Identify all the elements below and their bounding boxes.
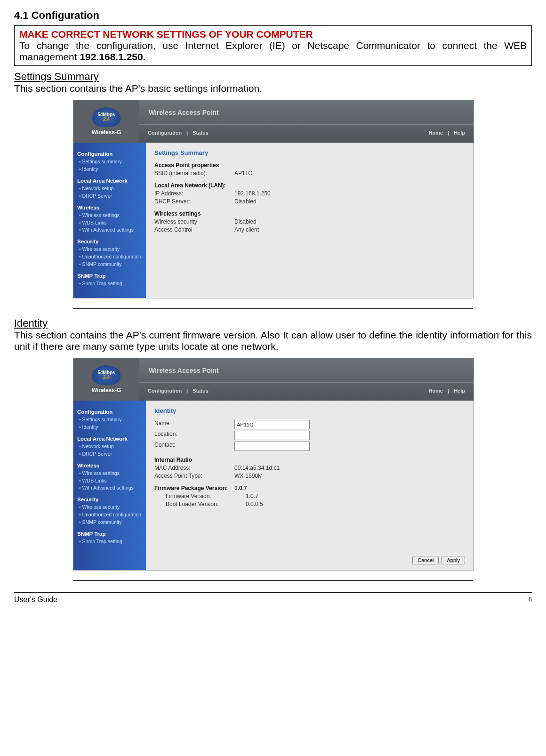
value-fw-ver: 1.0.7 — [246, 493, 258, 499]
label-ip: IP Address: — [154, 190, 234, 197]
screenshot-divider — [73, 580, 473, 581]
footer-left: User's Guide — [14, 595, 57, 604]
sidebar-item-wireless-security[interactable]: Wireless security — [77, 246, 143, 253]
nav-help[interactable]: Help — [454, 388, 465, 394]
ap-logo: 54Mbps 2.4 Wireless-G — [73, 358, 139, 401]
sidebar-item-network-setup[interactable]: Network setup — [77, 443, 143, 450]
warning-heading: MAKE CORRECT NETWORK SETTINGS OF YOUR CO… — [19, 29, 527, 40]
sidebar-group: Configuration — [77, 150, 143, 158]
ap-logo-badge-icon: 54Mbps 2.4 — [92, 107, 120, 127]
nav-configuration[interactable]: Configuration — [148, 130, 182, 136]
logo-brand: Wireless-G — [92, 129, 121, 136]
group-title: Internal Radio — [154, 457, 465, 463]
ap-header: 54Mbps 2.4 Wireless-G Wireless Access Po… — [73, 100, 474, 143]
cancel-button[interactable]: Cancel — [412, 556, 439, 564]
nav-home[interactable]: Home — [429, 130, 443, 136]
sidebar-group: Security — [77, 238, 143, 246]
sidebar-item-unauth-config[interactable]: Unauthorized configuration — [77, 511, 143, 519]
ap-nav: Configuration | Status Home | Help — [139, 124, 474, 143]
name-input[interactable] — [234, 420, 310, 429]
sidebar-item-network-setup[interactable]: Network setup — [77, 185, 143, 193]
ap-content: Identity Name: Location: Contact: Intern… — [146, 401, 474, 570]
ap-content: Settings Summary Access Point properties… — [146, 143, 474, 298]
content-title: Settings Summary — [154, 149, 465, 156]
value-ip: 192.168.1.250 — [234, 190, 271, 197]
sidebar-group: Wireless — [77, 462, 143, 470]
group-title: Wireless settings — [154, 210, 465, 217]
sidebar-item-settings-summary[interactable]: Settings summary — [77, 416, 143, 424]
sidebar-item-wifi-advanced[interactable]: WiFi Advanced settings — [77, 484, 143, 492]
label-fw-pkg: Firmware Package Version: — [154, 485, 234, 491]
section-heading: 4.1 Configuration — [14, 9, 532, 22]
sidebar-item-identity[interactable]: Identity — [77, 166, 143, 173]
sidebar-group: Security — [77, 496, 143, 504]
value-access-control: Any client — [234, 226, 259, 233]
warning-body: To change the configuration, use Interne… — [19, 40, 527, 63]
ap-title: Wireless Access Point — [139, 358, 474, 382]
logo-band: 2.4 — [103, 117, 110, 122]
sidebar-group: Local Area Network — [77, 177, 143, 185]
value-fw-pkg: 1.0.7 — [234, 485, 247, 491]
sidebar-item-wifi-advanced[interactable]: WiFi Advanced settings — [77, 226, 143, 234]
group-title: Access Point properties — [154, 162, 465, 169]
apply-button[interactable]: Apply — [442, 556, 465, 564]
nav-sep: | — [186, 130, 188, 136]
sidebar-group: Local Area Network — [77, 435, 143, 443]
sidebar-item-snmp-community[interactable]: SNMP community — [77, 519, 143, 526]
nav-sep: | — [448, 388, 449, 394]
value-ap-type: WX-1590M — [234, 473, 263, 479]
label-ap-type: Access Point Type: — [154, 473, 234, 479]
label-access-control: Access Control — [154, 226, 234, 233]
label-dhcp: DHCP Server: — [154, 198, 234, 205]
value-dhcp: Disabled — [234, 198, 257, 205]
warning-box: MAKE CORRECT NETWORK SETTINGS OF YOUR CO… — [14, 25, 532, 66]
identity-heading: Identity — [14, 317, 532, 330]
sidebar-item-settings-summary[interactable]: Settings summary — [77, 158, 143, 166]
settings-summary-heading: Settings Summary — [14, 71, 532, 83]
screenshot-identity: 54Mbps 2.4 Wireless-G Wireless Access Po… — [73, 358, 473, 579]
sidebar-item-unauth-config[interactable]: Unauthorized configuration — [77, 253, 143, 261]
sidebar-item-wds-links[interactable]: WDS Links — [77, 477, 143, 485]
identity-desc: This section contains the AP's current f… — [14, 330, 532, 352]
value-mac: 00:14:a5:34:1d:c1 — [234, 465, 280, 471]
page-footer: User's Guide 8 — [14, 592, 532, 604]
location-input[interactable] — [234, 431, 310, 440]
screenshot-divider — [73, 308, 473, 309]
ap-sidebar: Configuration Settings summary Identity … — [73, 143, 146, 298]
ap-nav: Configuration | Status Home | Help — [139, 382, 474, 401]
sidebar-item-wireless-settings[interactable]: Wireless settings — [77, 470, 143, 477]
sidebar-item-dhcp-server[interactable]: DHCP Server — [77, 193, 143, 200]
sidebar-item-snmp-community[interactable]: SNMP community — [77, 261, 143, 268]
sidebar-group: Wireless — [77, 204, 143, 212]
sidebar-item-wireless-security[interactable]: Wireless security — [77, 504, 143, 511]
label-mac: MAC Address: — [154, 465, 234, 471]
sidebar-group: SNMP Trap — [77, 530, 143, 538]
ap-sidebar: Configuration Settings summary Identity … — [73, 401, 146, 570]
sidebar-item-snmp-trap[interactable]: Snmp Trap setting — [77, 280, 143, 288]
nav-sep: | — [186, 388, 188, 394]
label-fw-ver: Firmware Version: — [154, 493, 246, 499]
settings-summary-desc: This section contains the AP's basic set… — [14, 83, 532, 94]
sidebar-item-identity[interactable]: Identity — [77, 424, 143, 431]
nav-status[interactable]: Status — [193, 130, 209, 136]
nav-configuration[interactable]: Configuration — [148, 388, 182, 394]
sidebar-item-snmp-trap[interactable]: Snmp Trap setting — [77, 538, 143, 546]
label-wsec: Wireless security — [154, 218, 234, 225]
nav-home[interactable]: Home — [429, 388, 443, 394]
contact-input[interactable] — [234, 442, 310, 451]
sidebar-item-wireless-settings[interactable]: Wireless settings — [77, 212, 143, 219]
nav-status[interactable]: Status — [193, 388, 209, 394]
warning-ip: 192.168.1.250. — [80, 51, 145, 62]
nav-help[interactable]: Help — [454, 130, 465, 136]
value-boot-ver: 0.0.0.5 — [246, 501, 263, 507]
logo-brand: Wireless-G — [92, 387, 121, 394]
label-contact: Contact: — [154, 442, 234, 451]
logo-band: 2.4 — [103, 375, 110, 380]
ap-logo: 54Mbps 2.4 Wireless-G — [73, 100, 139, 143]
footer-page-number: 8 — [529, 595, 532, 604]
nav-sep: | — [448, 130, 449, 136]
ap-logo-badge-icon: 54Mbps 2.4 — [92, 365, 120, 385]
sidebar-item-wds-links[interactable]: WDS Links — [77, 219, 143, 227]
sidebar-item-dhcp-server[interactable]: DHCP Server — [77, 450, 143, 458]
screenshot-settings-summary: 54Mbps 2.4 Wireless-G Wireless Access Po… — [73, 100, 473, 307]
